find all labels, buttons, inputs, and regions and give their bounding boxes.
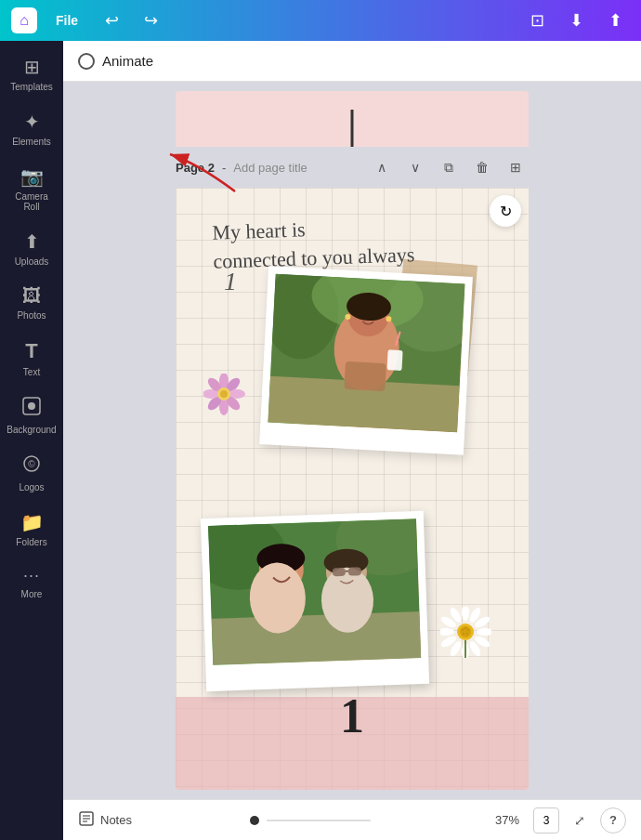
chevron-down-icon: ∨ <box>411 160 420 175</box>
sidebar-item-templates[interactable]: ⊞ Templates <box>4 48 59 99</box>
sidebar-label-folders: Folders <box>16 537 46 547</box>
toolbar: ⌂ File ↩ ↪ ⊡ ⬇ ⬆ <box>0 0 641 41</box>
photo-bottom-image <box>208 518 421 665</box>
page-title-placeholder[interactable]: Add page title <box>233 161 307 175</box>
svg-point-27 <box>220 390 228 398</box>
svg-point-55 <box>462 629 464 631</box>
svg-rect-31 <box>208 611 421 665</box>
background-icon <box>21 396 42 421</box>
photo-bottom-polaroid[interactable] <box>201 511 429 691</box>
download-button[interactable]: ⬇ <box>561 6 591 35</box>
elements-icon: ✦ <box>24 111 40 133</box>
refresh-button[interactable]: ↻ <box>490 195 521 227</box>
sidebar-item-text[interactable]: T Text <box>4 332 59 385</box>
photo-top-polaroid[interactable] <box>259 266 473 454</box>
content-area: Animate Page 2 - <box>63 41 641 840</box>
page-line-indicator <box>351 110 354 147</box>
redo-button[interactable]: ↪ <box>136 6 165 35</box>
bottom-photo-content <box>208 518 421 665</box>
plus-icon: ⊞ <box>510 160 521 175</box>
share-icon: ⬆ <box>608 10 622 31</box>
animate-circle-icon <box>78 53 95 70</box>
handwritten-text: My heart is connected to you always <box>212 212 415 276</box>
svg-point-41 <box>462 607 469 621</box>
sidebar-item-more[interactable]: ··· More <box>4 558 59 607</box>
photo-top-image <box>268 274 464 432</box>
animate-label: Animate <box>102 53 153 69</box>
trash-icon: 🗑 <box>476 160 489 175</box>
sidebar-item-logos[interactable]: © Logos <box>4 446 59 500</box>
expand-icon: ⤢ <box>574 813 585 828</box>
notes-label: Notes <box>100 813 132 827</box>
fullscreen-button[interactable]: ⤢ <box>567 807 593 833</box>
svg-point-44 <box>477 628 491 636</box>
page-number-button[interactable]: 3 <box>533 807 559 833</box>
svg-rect-38 <box>333 568 346 576</box>
sidebar-item-folders[interactable]: 📁 Folders <box>4 504 59 555</box>
svg-rect-39 <box>348 567 361 575</box>
purple-flower-decoration <box>203 374 245 424</box>
page-add-button[interactable]: ⊞ <box>503 154 529 180</box>
svg-point-50 <box>440 628 454 636</box>
camera-icon: 📷 <box>20 165 44 188</box>
svg-rect-13 <box>344 361 386 391</box>
help-button[interactable]: ? <box>600 807 626 833</box>
sidebar-item-background[interactable]: Background <box>4 388 59 442</box>
photos-icon: 🖼 <box>22 285 41 307</box>
page-delete-button[interactable]: 🗑 <box>469 154 495 180</box>
file-menu-button[interactable]: File <box>46 9 87 32</box>
sidebar: ⊞ Templates ✦ Elements 📷 Camera Roll ⬆ U… <box>0 41 63 840</box>
logos-icon: © <box>21 453 42 479</box>
save-button[interactable]: ⊡ <box>522 6 552 35</box>
bottom-bar: Notes 37% 3 ⤢ ? <box>63 799 641 840</box>
zoom-level: 37% <box>489 813 526 827</box>
svg-rect-14 <box>386 349 402 371</box>
number-one-bottom: 1 <box>340 689 364 743</box>
sidebar-label-elements: Elements <box>12 137 51 147</box>
animate-bar: Animate <box>63 41 641 82</box>
duplicate-icon: ⧉ <box>444 160 453 176</box>
sidebar-item-photos[interactable]: 🖼 Photos <box>4 278 59 328</box>
page-duplicate-button[interactable]: ⧉ <box>436 154 462 180</box>
chevron-up-icon: ∧ <box>377 160 386 175</box>
notes-icon <box>78 810 95 831</box>
sidebar-item-elements[interactable]: ✦ Elements <box>4 103 59 154</box>
redo-icon: ↪ <box>144 10 158 31</box>
sidebar-label-more: More <box>21 589 43 599</box>
sidebar-label-camera-roll: Camera Roll <box>7 191 56 212</box>
svg-point-1 <box>28 402 35 410</box>
progress-scrubber[interactable] <box>267 820 370 821</box>
home-icon: ⌂ <box>20 12 29 29</box>
page-collapse-up-button[interactable]: ∧ <box>369 154 395 180</box>
svg-point-58 <box>466 633 468 635</box>
undo-button[interactable]: ↩ <box>97 6 126 35</box>
flower-svg <box>203 374 245 415</box>
daisy-svg <box>440 607 491 658</box>
sidebar-label-logos: Logos <box>19 482 44 492</box>
more-icon: ··· <box>23 566 40 585</box>
canvas-area: Page 2 - Add page title ∧ ∨ ⧉ 🗑 ⊞ <box>63 82 641 799</box>
page-collapse-down-button[interactable]: ∨ <box>402 154 428 180</box>
refresh-icon: ↻ <box>500 203 512 220</box>
sidebar-item-camera-roll[interactable]: 📷 Camera Roll <box>4 158 59 219</box>
folders-icon: 📁 <box>20 511 44 533</box>
page-number-label: Page 2 <box>176 161 215 175</box>
uploads-icon: ⬆ <box>24 230 40 253</box>
share-button[interactable]: ⬆ <box>600 6 630 35</box>
sidebar-label-photos: Photos <box>17 310 46 321</box>
number-one-top: 1 <box>224 267 237 296</box>
page-peek <box>176 91 529 147</box>
main-area: ⊞ Templates ✦ Elements 📷 Camera Roll ⬆ U… <box>0 41 641 840</box>
svg-point-56 <box>464 627 466 629</box>
sidebar-label-uploads: Uploads <box>15 256 49 267</box>
sidebar-label-text: Text <box>23 367 40 377</box>
notes-button[interactable]: Notes <box>78 810 132 831</box>
daisy-decoration <box>440 607 491 669</box>
page-controls: Page 2 - Add page title ∧ ∨ ⧉ 🗑 ⊞ <box>176 147 529 188</box>
download-icon: ⬇ <box>569 10 583 31</box>
canvas-page[interactable]: ↻ My heart is connected to you always 1 <box>176 188 529 790</box>
svg-text:©: © <box>28 459 35 469</box>
sidebar-item-uploads[interactable]: ⬆ Uploads <box>4 223 59 274</box>
top-photo-content <box>268 274 464 432</box>
home-button[interactable]: ⌂ <box>11 7 37 33</box>
